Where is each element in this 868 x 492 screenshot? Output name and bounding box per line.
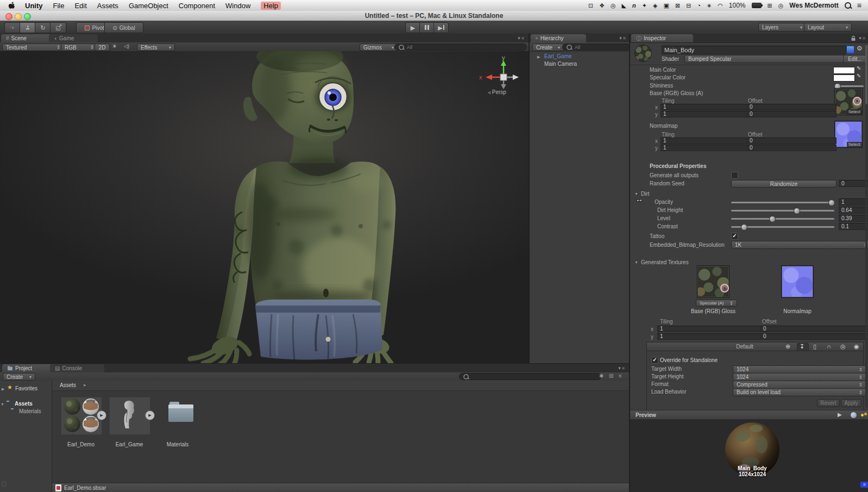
standalone-platform-icon[interactable]: ↧ <box>800 343 804 350</box>
sparkle-icon[interactable]: ✦ <box>642 2 647 9</box>
shader-edit-button[interactable]: Edit... <box>843 55 867 63</box>
bitmap-resolution-dropdown[interactable]: 1K <box>731 241 868 249</box>
tab-scene[interactable]: # Scene <box>1 34 53 42</box>
offset-x-field[interactable]: 0 <box>747 104 836 110</box>
shield-icon[interactable]: ◈ <box>653 2 657 9</box>
asset-label[interactable]: Materials <box>153 441 202 447</box>
minimize-window-button[interactable] <box>15 13 22 20</box>
android-platform-icon[interactable]: ∩ <box>827 343 831 350</box>
select-button[interactable]: Select <box>847 142 862 147</box>
display-icon[interactable]: ⊡ <box>588 2 593 9</box>
perspective-toggle[interactable]: ◃ Persp <box>488 89 506 95</box>
level-field[interactable]: 0.39 <box>839 215 868 222</box>
foldout-icon[interactable]: ▼ <box>634 260 638 264</box>
select-button[interactable]: Select <box>847 109 862 115</box>
preview-area[interactable]: Main_Body 1024x1024 ≡ <box>630 419 868 492</box>
time-machine-icon[interactable]: ◔ <box>697 2 701 9</box>
pane-menu-icon[interactable]: ▾≡ <box>518 35 525 41</box>
preview-light-icon[interactable] <box>864 413 867 415</box>
scrollbar-thumb[interactable] <box>865 45 867 104</box>
scene-viewport[interactable]: y x ◃ Persp <box>0 51 529 363</box>
preview-sphere-icon[interactable] <box>851 412 857 418</box>
menu-component[interactable]: Component <box>179 2 215 10</box>
preview-play-icon[interactable]: ▶ <box>838 412 842 418</box>
tiling-x-field[interactable]: 1 <box>661 138 749 144</box>
tiling-y-field[interactable]: 1 <box>661 145 749 151</box>
randomize-button[interactable]: Randomize <box>731 180 836 188</box>
render-mode-dropdown[interactable]: RGB <box>61 43 98 51</box>
step-button[interactable]: ▶ <box>433 22 449 33</box>
tab-project[interactable]: Project <box>2 364 55 372</box>
menu-assets[interactable]: Assets <box>97 2 118 10</box>
scene-audio-icon[interactable]: ◁) <box>124 43 129 49</box>
format-dropdown[interactable]: Compressed <box>733 381 866 389</box>
menu-window[interactable]: Window <box>225 2 250 10</box>
specular-color-swatch[interactable] <box>833 74 855 82</box>
tiling-y-field[interactable]: 1 <box>657 333 763 340</box>
grid-view-icon[interactable]: ⊞ <box>609 373 613 379</box>
offset-y-field[interactable]: 0 <box>747 111 836 117</box>
project-asset-grid[interactable]: Assets ▸ ▶ ▶ <box>52 381 629 483</box>
asset-earl-game[interactable] <box>109 397 150 435</box>
tab-hierarchy[interactable]: ≡ Hierarchy <box>531 34 586 42</box>
scale-tool-button[interactable]: ◱↗ <box>50 22 66 33</box>
pane-menu-icon[interactable]: ▾≡ <box>859 35 866 41</box>
filter-icon[interactable]: ✱ <box>599 373 603 379</box>
target-height-dropdown[interactable]: 1024 <box>733 373 866 381</box>
layers-dropdown[interactable]: Layers <box>758 23 806 32</box>
hierarchy-search-input[interactable]: All <box>562 43 631 51</box>
asset-label[interactable]: Earl_Game <box>105 441 154 447</box>
airplay-icon[interactable]: ⊟ <box>686 2 691 9</box>
spotlight-icon[interactable] <box>845 2 851 9</box>
effects-dropdown[interactable]: Effects <box>137 43 175 51</box>
pointer-icon[interactable]: ◣ <box>622 2 626 9</box>
override-standalone-checkbox[interactable]: ✓ <box>651 357 658 364</box>
asset-label[interactable]: Earl_Demo <box>56 441 105 447</box>
opacity-field[interactable]: 1 <box>839 198 868 205</box>
material-name-field[interactable]: Main_Body <box>662 46 846 54</box>
spaces-icon[interactable]: ▣ <box>664 2 669 9</box>
level-slider[interactable] <box>731 218 834 220</box>
contrast-slider[interactable] <box>731 226 834 228</box>
draw-mode-dropdown[interactable]: Textured <box>2 43 64 51</box>
generated-normalmap-thumb[interactable] <box>781 265 814 298</box>
help-icon[interactable] <box>846 46 854 54</box>
offset-x-field[interactable]: 0 <box>747 138 836 144</box>
scene-lighting-icon[interactable]: ☀ <box>112 43 117 50</box>
gizmos-dropdown[interactable]: Gizmos <box>360 43 398 51</box>
tattoo-checkbox[interactable]: ✓ <box>731 233 738 240</box>
tiling-x-field[interactable]: 1 <box>657 326 763 332</box>
menu-file[interactable]: File <box>53 2 65 10</box>
rotate-tool-button[interactable]: ↻ <box>35 22 51 33</box>
tab-inspector[interactable]: ⓘ Inspector <box>631 34 693 42</box>
menu-icon[interactable]: ≡ <box>619 373 622 379</box>
hierarchy-item-main-camera[interactable]: Main Camera <box>544 61 577 67</box>
menu-help[interactable]: Help <box>261 2 281 10</box>
menu-unity[interactable]: Unity <box>25 2 43 10</box>
breadcrumb[interactable]: Assets <box>60 382 76 389</box>
tiling-x-field[interactable]: 1 <box>661 104 749 110</box>
asterisk-icon[interactable]: ∗ <box>707 2 712 9</box>
menubar-username[interactable]: Wes McDermott <box>789 2 838 9</box>
contrast-field[interactable]: 0.1 <box>839 223 868 230</box>
pane-menu-icon[interactable]: ▾≡ <box>618 365 626 371</box>
target-width-dropdown[interactable]: 1024 <box>733 365 866 373</box>
dropbox-icon[interactable]: ❖ <box>599 2 605 9</box>
pane-menu-icon[interactable]: ▾≡ <box>619 35 627 41</box>
tree-item-assets[interactable]: Assets <box>15 401 33 407</box>
menu-edit[interactable]: Edit <box>74 2 86 10</box>
circle-menu-icon[interactable]: ◎ <box>778 2 784 9</box>
generated-textures-foldout[interactable]: Generated Textures <box>641 259 689 266</box>
expand-arrow-icon[interactable]: ▶ <box>2 387 4 391</box>
apple-menu[interactable] <box>8 1 15 10</box>
project-create-button[interactable]: Create <box>3 373 35 381</box>
hand-tool-button[interactable]: ☞ <box>4 22 21 33</box>
notational-icon[interactable]: n <box>632 2 636 9</box>
preview-light-icon[interactable] <box>861 414 864 416</box>
shininess-slider[interactable] <box>834 85 864 87</box>
generated-base-gloss-thumb[interactable] <box>697 265 729 298</box>
load-behavior-dropdown[interactable]: Build on level load <box>733 388 866 396</box>
scrollbar-track[interactable] <box>865 43 867 408</box>
eyedropper-icon[interactable]: ✎ <box>857 65 861 71</box>
dirt-height-slider[interactable] <box>731 210 834 211</box>
